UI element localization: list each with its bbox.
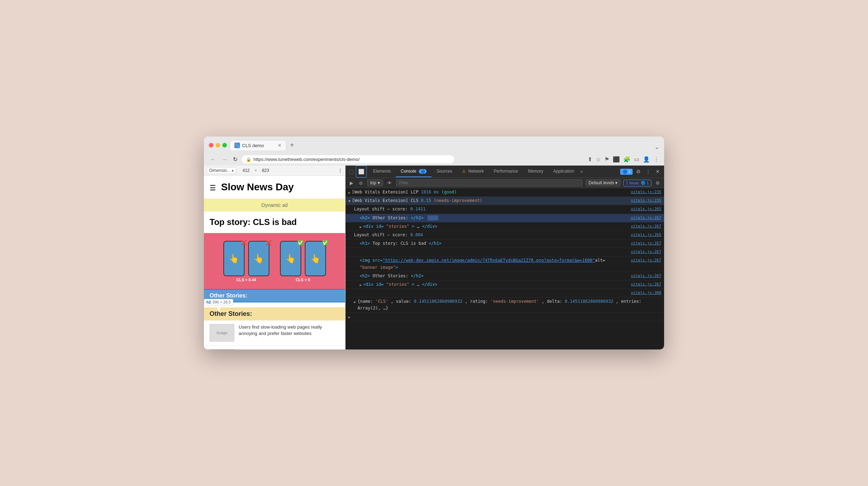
layout-shift-1-value: 0.1411 (410, 207, 426, 212)
log-entry-layout-shift-1: Layout shift – score: 0.1411 vitals.js:2… (346, 205, 664, 214)
story-image-2: Image (210, 349, 234, 349)
ad-banner: Dynamic ad (204, 199, 345, 212)
layout-shift-2-source[interactable]: vitals.js:265 (631, 232, 661, 238)
h2-2-source[interactable]: vitals.js:267 (631, 273, 661, 279)
hamburger-icon[interactable]: ☰ (210, 184, 216, 192)
story-text-2: Users get frustrated when pages shift ar… (239, 349, 339, 349)
phone-bad-2: 👆 (248, 241, 269, 276)
page-header: ☰ Slow News Day (204, 176, 345, 199)
phone-emoji-4: 👆 (310, 254, 321, 264)
lcp-rating: (good) (441, 190, 457, 195)
new-tab-button[interactable]: + (287, 141, 297, 149)
h2-2-open: <h2> (360, 273, 370, 278)
refresh-button[interactable]: ↻ (232, 155, 239, 163)
tab-application[interactable]: Application (548, 166, 579, 177)
h2-tag-open: <h2> (360, 215, 370, 220)
default-levels-selector[interactable]: Default levels ▾ (586, 179, 621, 186)
menu-icon[interactable]: ⋮ (653, 156, 659, 163)
tab-close-button[interactable]: ✕ (278, 143, 282, 148)
div-toggle-1[interactable]: ▶ (360, 224, 362, 230)
img-src[interactable]: "https://web-dev.imgix.net/image/admin/7… (383, 257, 595, 264)
devtools-more-icon[interactable]: ⋮ (644, 167, 652, 176)
tab-chevron-icon[interactable]: ⌄ (655, 144, 659, 150)
top-selector[interactable]: top ▾ (367, 179, 383, 186)
device-selector[interactable]: Dimensio... ▾ (207, 167, 236, 174)
phone-bad-1: 👆 (223, 241, 245, 276)
cls-toggle[interactable]: ▼ (348, 198, 350, 204)
tab-network[interactable]: ⚠ Network (457, 166, 489, 177)
div-open-1: <div id= (363, 224, 384, 229)
blank-source[interactable]: vitals.js:267 (631, 249, 661, 255)
url-text: https://www.tunetheweb.com/experiments/c… (253, 157, 360, 162)
img-source[interactable]: vitals.js:267 (631, 257, 661, 264)
more-tabs-button[interactable]: » (579, 168, 584, 175)
tab-sources[interactable]: Sources (432, 166, 457, 177)
extensions-icon[interactable]: 🧩 (623, 156, 630, 163)
cls-obj-toggle[interactable]: ▶ (354, 299, 356, 305)
height-input[interactable] (258, 168, 273, 173)
device-toolbar-icon[interactable]: ⬜ (356, 166, 367, 178)
console-clear-button[interactable]: ▶ (348, 180, 355, 186)
browser-tab[interactable]: 🔧 CLS demo ✕ (230, 140, 286, 150)
sidebar-icon[interactable]: ▭ (634, 156, 639, 163)
phone-good-2: 👆 (305, 241, 326, 276)
entry-308-source[interactable]: vitals.js:308 (631, 290, 661, 296)
img-self-close: > (395, 264, 398, 271)
log-entry-308: vitals.js:308 (346, 289, 664, 297)
close-traffic-light[interactable] (209, 143, 213, 147)
inspect-element-icon[interactable]: ⬚ (347, 166, 356, 177)
cls-prefix: [Web Vitals Extension] CLS (352, 198, 421, 203)
tab-console[interactable]: Console 🔵 (396, 166, 432, 177)
other-stories-text: Other Stories: (210, 293, 247, 299)
console-badge: 🔵 (419, 169, 427, 174)
console-settings-icon[interactable]: ⚙ (654, 180, 661, 186)
layout-shift-2-content: Layout shift – score: 0.004 (354, 232, 631, 238)
filter-input[interactable] (396, 179, 583, 186)
h2-source[interactable]: vitals.js:267 (631, 215, 661, 221)
lcp-prefix: [Web Vitals Extension] LCP (352, 190, 421, 195)
page-content: ☰ Slow News Day Dynamic ad Top story: CL… (204, 176, 345, 349)
issue-badge[interactable]: 1 Issue: 🔵 1 (623, 180, 651, 186)
responsive-menu-icon[interactable]: ⋮ (338, 168, 342, 173)
layout-shift-1-source[interactable]: vitals.js:265 (631, 206, 661, 212)
tab-memory[interactable]: Memory (523, 166, 548, 177)
top-story-heading: Top story: CLS is bad (204, 212, 345, 233)
div-toggle-2[interactable]: ▶ (360, 282, 362, 288)
devtools-settings-icon[interactable]: ⚙ (635, 167, 642, 176)
address-input[interactable]: 🔒 https://www.tunetheweb.com/experiments… (242, 155, 454, 163)
flag-icon[interactable]: ⚑ (604, 156, 609, 163)
div-stories-1-source[interactable]: vitals.js:267 (631, 223, 661, 230)
site-title: Slow News Day (221, 181, 293, 192)
cls-bad-label: CLS = 0.44 (236, 278, 256, 282)
h2-2-text: Other Stories: (372, 273, 408, 278)
dimension-inputs: × (239, 168, 273, 173)
expand-toggle[interactable]: ▶ (348, 314, 350, 320)
devtools-close-icon[interactable]: ✕ (654, 167, 661, 176)
profile-icon[interactable]: 👤 (643, 156, 650, 163)
bookmark-icon[interactable]: ☆ (596, 156, 601, 163)
eye-icon[interactable]: 👁 (386, 180, 393, 186)
h2-content: <h2> Other Stories: </h2> (360, 215, 631, 221)
log-entry-blank: vitals.js:267 (346, 248, 664, 256)
back-button[interactable]: ← (209, 156, 217, 163)
minimize-traffic-light[interactable] (216, 143, 220, 147)
cls-source[interactable]: vitals.js:235 (631, 197, 661, 204)
lcp-value: 1816 ms (421, 190, 441, 195)
tab-performance[interactable]: Performance (489, 166, 523, 177)
record-icon[interactable]: ⬛ (613, 156, 620, 163)
maximize-traffic-light[interactable] (222, 143, 227, 147)
width-input[interactable] (239, 168, 253, 173)
log-entry-layout-shift-2: Layout shift – score: 0.004 vitals.js:26… (346, 231, 664, 239)
lcp-toggle[interactable]: ▶ (348, 190, 350, 196)
cls-obj-value: 0.14511862860986932 (414, 299, 462, 304)
h2-text: Other Stories: (372, 215, 408, 220)
share-icon[interactable]: ⬆ (588, 156, 592, 163)
h1-source[interactable]: vitals.js:267 (631, 240, 661, 247)
forward-button[interactable]: → (220, 156, 229, 163)
div-end-1: </div> (422, 224, 437, 229)
phone-demo: 👆 👆 CLS = 0.44 (220, 237, 330, 285)
lcp-source[interactable]: vitals.js:235 (631, 189, 661, 195)
tab-elements[interactable]: Elements (368, 166, 396, 177)
div-stories-2-source[interactable]: vitals.js:267 (631, 281, 661, 288)
console-block-button[interactable]: ⊘ (358, 180, 364, 186)
